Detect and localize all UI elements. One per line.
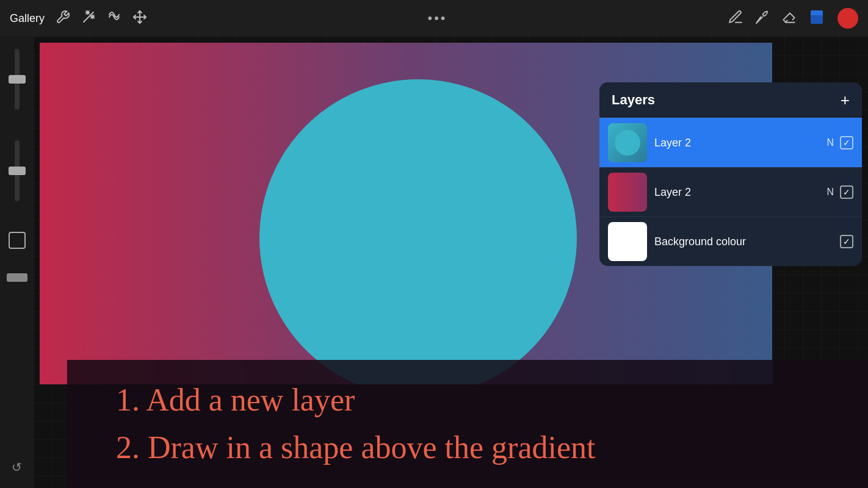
layer-item[interactable]: Layer 2 N <box>599 167 862 217</box>
layer-info-2: Layer 2 N <box>654 185 853 199</box>
layer-thumb-bg <box>608 123 647 162</box>
calligraphy-icon[interactable] <box>754 9 770 28</box>
layer-item[interactable]: Background colour <box>599 217 862 266</box>
transform-icon[interactable] <box>132 10 147 27</box>
instruction-line-2: 2. Draw in a shape above the gradient <box>116 427 819 468</box>
pen-tool-icon[interactable] <box>728 9 743 28</box>
layers-panel-header: Layers + <box>599 82 862 118</box>
layer-thumb-white <box>608 222 647 261</box>
layer-item[interactable]: Layer 2 N <box>599 118 862 167</box>
brush-size-thumb[interactable] <box>9 75 26 84</box>
layer-mode-2: N <box>826 187 834 198</box>
toolbar-center: ••• <box>147 10 728 26</box>
layers-panel-title: Layers <box>612 92 655 108</box>
eraser-icon[interactable] <box>781 9 797 28</box>
layer-thumb-circle <box>615 130 640 156</box>
toolbar-right <box>728 8 858 29</box>
layer-thumb-red <box>608 173 647 212</box>
brush-size-slider[interactable] <box>15 49 20 110</box>
layers-panel: Layers + Layer 2 N Layer 2 N <box>599 82 862 266</box>
undo-button[interactable]: ↺ <box>9 459 26 476</box>
wrench-icon[interactable] <box>56 10 70 27</box>
toolbar: Gallery <box>0 0 868 37</box>
layers-panel-icon[interactable] <box>808 8 826 29</box>
instruction-overlay: 1. Add a new layer 2. Draw in a shape ab… <box>67 360 868 488</box>
canvas-area: 1. Add a new layer 2. Draw in a shape ab… <box>34 37 868 488</box>
layer-visibility-3[interactable] <box>840 235 853 248</box>
liquify-icon[interactable] <box>107 10 121 27</box>
layer-thumbnail-1 <box>608 123 647 162</box>
brush-preview <box>7 273 27 282</box>
layer-name-1: Layer 2 <box>654 137 820 149</box>
layer-info-1: Layer 2 N <box>654 136 853 149</box>
add-layer-button[interactable]: + <box>841 92 850 108</box>
toolbar-left: Gallery <box>10 10 147 27</box>
teal-circle-shape <box>259 79 577 384</box>
layer-visibility-2[interactable] <box>840 185 853 199</box>
instruction-line-1: 1. Add a new layer <box>116 379 819 421</box>
layer-thumbnail-3 <box>608 222 647 261</box>
svg-rect-4 <box>811 15 823 24</box>
more-options-button[interactable]: ••• <box>427 10 447 26</box>
layer-visibility-1[interactable] <box>840 136 853 149</box>
color-swatch[interactable] <box>9 232 26 249</box>
layer-mode-1: N <box>826 137 834 148</box>
opacity-slider[interactable] <box>15 140 20 201</box>
opacity-thumb[interactable] <box>9 167 26 175</box>
magic-wand-icon[interactable] <box>81 10 96 27</box>
layer-thumbnail-2 <box>608 173 647 212</box>
gallery-button[interactable]: Gallery <box>10 12 45 25</box>
left-sidebar: ↺ <box>0 37 34 488</box>
color-picker-button[interactable] <box>837 8 858 29</box>
layer-name-3: Background colour <box>654 235 828 248</box>
layer-name-2: Layer 2 <box>654 186 820 199</box>
layer-info-3: Background colour <box>654 235 853 248</box>
